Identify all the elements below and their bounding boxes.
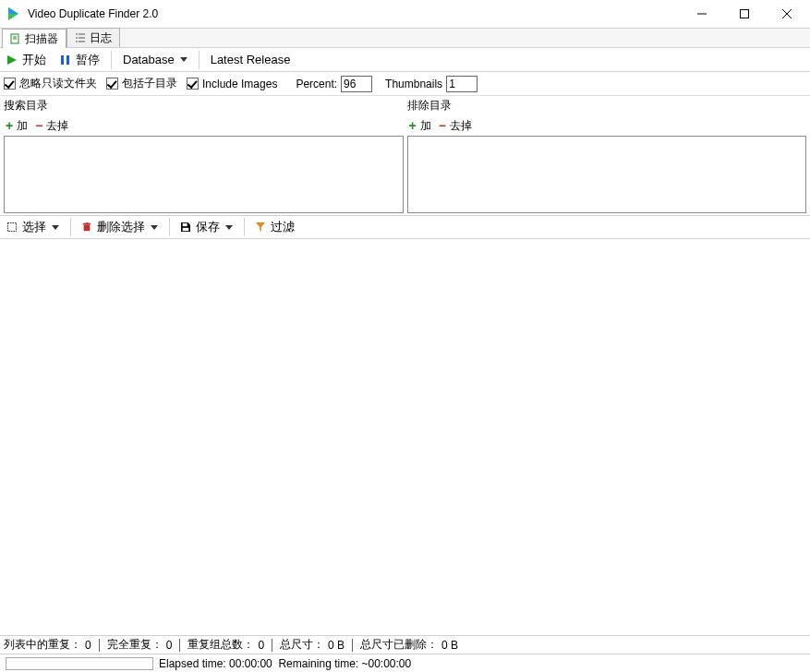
status-complete-dup-value: 0 [166, 639, 173, 652]
log-icon [75, 32, 86, 43]
status-separator [352, 639, 353, 652]
chevron-down-icon [180, 57, 187, 62]
start-button[interactable]: 开始 [0, 48, 54, 72]
close-button[interactable] [766, 0, 808, 28]
database-dropdown[interactable]: Database [115, 48, 195, 72]
progress-bar [6, 657, 153, 670]
include-images-checkbox[interactable]: Include Images [187, 78, 277, 90]
checkbox-icon [106, 78, 118, 90]
status-dup-groups-label: 重复组总数： [187, 637, 254, 653]
tab-scanner[interactable]: 扫描器 [2, 29, 66, 48]
include-subdirs-label: 包括子目录 [122, 76, 177, 91]
svg-rect-17 [66, 55, 69, 65]
separator [169, 218, 170, 236]
elapsed-time-label: Elapsed time: [159, 657, 226, 670]
latest-release-button[interactable]: Latest Release [203, 48, 298, 72]
filter-icon [256, 222, 265, 232]
delete-selection-dropdown[interactable]: 删除选择 [75, 215, 165, 239]
status-total-size-value: 0 B [328, 639, 345, 652]
trash-icon [82, 222, 91, 232]
select-rect-icon [7, 222, 17, 232]
svg-rect-16 [61, 55, 64, 65]
window-buttons [681, 0, 808, 28]
checkbox-icon [187, 78, 199, 90]
results-list[interactable] [0, 239, 810, 635]
minimize-button[interactable] [681, 0, 723, 28]
status-bar: 列表中的重复： 0 完全重复： 0 重复组总数： 0 总尺寸： 0 B 总尺寸已… [0, 635, 810, 654]
svg-rect-23 [183, 228, 189, 231]
status-separator [99, 639, 100, 652]
filter-button[interactable]: 过滤 [248, 215, 302, 239]
select-dropdown[interactable]: 选择 [0, 215, 66, 239]
exclude-dirs-list[interactable] [407, 136, 807, 213]
percent-input[interactable] [341, 76, 372, 92]
exclude-dirs-toolbar: + 加 − 去掉 [407, 115, 807, 136]
tab-log[interactable]: 日志 [66, 28, 120, 47]
pause-label: 暂停 [76, 52, 100, 68]
play-icon [7, 55, 17, 65]
search-add-button[interactable]: + 加 [6, 118, 28, 134]
search-dirs-panel: 搜索目录 + 加 − 去掉 [4, 96, 404, 213]
directories-panels: 搜索目录 + 加 − 去掉 排除目录 + 加 − 去掉 [0, 96, 810, 215]
thumbnails-label: Thumbnails [385, 78, 442, 90]
svg-marker-24 [256, 222, 265, 232]
results-toolbar: 选择 删除选择 保存 过滤 [0, 215, 810, 239]
thumbnails-input[interactable] [446, 76, 478, 92]
svg-rect-3 [741, 10, 749, 18]
remove-label: 去掉 [450, 118, 472, 134]
status-complete-dup-label: 完全重复： [107, 637, 163, 653]
exclude-dirs-label: 排除目录 [407, 96, 807, 115]
svg-marker-15 [7, 55, 17, 65]
latest-release-label: Latest Release [211, 53, 291, 66]
svg-rect-18 [7, 222, 16, 231]
search-remove-button[interactable]: − 去掉 [35, 118, 68, 134]
search-dirs-toolbar: + 加 − 去掉 [4, 115, 404, 136]
add-label: 加 [17, 118, 28, 134]
tabbar: 扫描器 日志 [0, 28, 810, 48]
separator [70, 218, 71, 236]
separator [111, 51, 112, 69]
status-deleted-size-label: 总尺寸已删除： [360, 637, 438, 653]
status-dup-in-list-value: 0 [85, 639, 91, 652]
tab-log-label: 日志 [90, 30, 112, 46]
delete-selection-label: 删除选择 [97, 219, 145, 235]
exclude-remove-button[interactable]: − 去掉 [439, 118, 472, 134]
plus-icon: + [6, 118, 13, 133]
add-label: 加 [420, 118, 431, 134]
status-dup-in-list-label: 列表中的重复： [4, 637, 81, 653]
include-images-label: Include Images [202, 78, 277, 90]
separator [244, 218, 245, 236]
filter-label: 过滤 [271, 219, 295, 235]
elapsed-time-value: 00:00:00 [229, 657, 272, 670]
progress-bar-row: Elapsed time: 00:00:00 Remaining time: ~… [0, 654, 810, 672]
svg-rect-22 [183, 223, 187, 226]
percent-label: Percent: [296, 78, 337, 90]
main-toolbar: 开始 暂停 Database Latest Release [0, 48, 810, 72]
svg-rect-19 [84, 225, 91, 232]
tab-scanner-label: 扫描器 [25, 31, 58, 47]
ignore-readonly-checkbox[interactable]: 忽略只读文件夹 [4, 76, 97, 91]
percent-group: Percent: [296, 76, 372, 92]
maximize-button[interactable] [723, 0, 766, 28]
scanner-icon [10, 33, 21, 44]
save-dropdown[interactable]: 保存 [174, 215, 240, 239]
save-label: 保存 [196, 219, 220, 235]
remaining-time-value: ~00:00:00 [361, 657, 411, 670]
chevron-down-icon [52, 225, 59, 230]
search-dirs-list[interactable] [4, 136, 404, 213]
pause-button[interactable]: 暂停 [54, 48, 107, 72]
separator [199, 51, 199, 69]
minus-icon: − [439, 118, 446, 133]
plus-icon: + [409, 118, 417, 133]
chevron-down-icon [225, 225, 233, 230]
app-title: Video Duplicate Finder 2.0 [28, 7, 681, 20]
status-dup-groups-value: 0 [258, 639, 264, 652]
status-deleted-size-value: 0 B [441, 639, 458, 652]
status-separator [179, 639, 180, 652]
include-subdirs-checkbox[interactable]: 包括子目录 [106, 76, 177, 91]
checkbox-icon [4, 78, 16, 90]
search-dirs-label: 搜索目录 [4, 96, 404, 115]
exclude-add-button[interactable]: + 加 [409, 118, 431, 134]
select-label: 选择 [22, 219, 46, 235]
chevron-down-icon [151, 225, 158, 230]
